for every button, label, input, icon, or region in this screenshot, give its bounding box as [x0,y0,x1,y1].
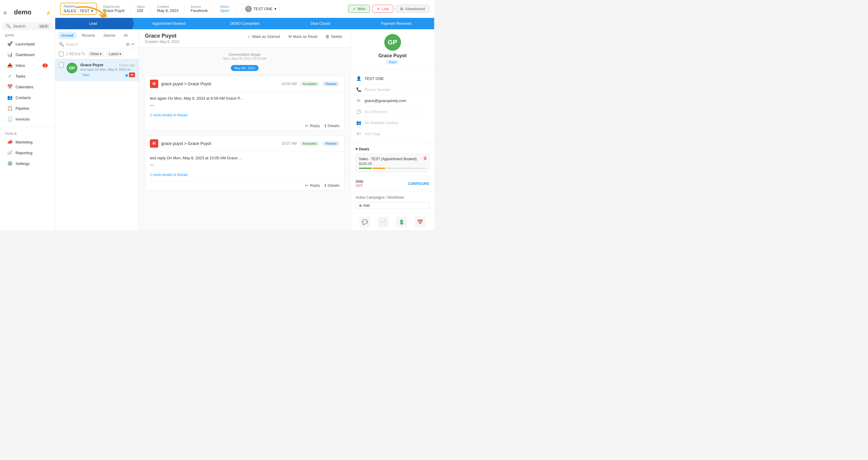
reply-button[interactable]: ↩ Reply [305,124,320,128]
inbox-badge: 1 [42,64,48,67]
message-card: M grace puyot > Grace Puyot 10:00 AM Acc… [145,76,345,131]
pipeline-selector[interactable]: Pipeline SALES - TEST ▾ [60,3,97,15]
stage-dot-4 [400,168,413,169]
pipeline-label: Pipeline [64,4,93,8]
message-thread-link[interactable]: 1 more emails in thread [145,112,344,121]
sidebar-item-settings[interactable]: ⚙️ Settings [2,158,53,169]
assigned-user-selector[interactable]: T TEST ONE ▾ [242,4,280,14]
won-button[interactable]: ✓ Won [348,5,370,13]
stage-demo[interactable]: DEMO Completed [207,18,283,29]
sidebar-item-reporting[interactable]: 📈 Reporting [2,148,53,158]
sidebar-item-tasks[interactable]: ✓ Tasks [2,71,53,81]
plus-icon: ⊕ [359,203,362,208]
source-value: Facebook [191,8,208,13]
chevron-down-icon: ▾ [274,6,277,11]
abandoned-label: Abandoned [405,6,425,11]
sidebar-item-calendars[interactable]: 📅 Calendars [2,82,53,92]
sidebar-item-dashboard[interactable]: 📊 Dashboard [2,50,53,60]
conv-checkbox[interactable] [59,63,64,67]
sidebar-item-invoices[interactable]: 🧾 Invoices [2,114,53,124]
tab-recents[interactable]: Recents [78,32,98,39]
email-field: ✉ grace@goacquirely.com [355,95,429,106]
chevron-down-icon: ▾ [355,147,358,151]
sidebar-item-label: Dashboard [16,53,35,57]
lost-label: Lost [381,6,389,11]
status-field: Status Open [220,5,229,13]
sidebar-item-label: Calendars [16,85,33,89]
filter-latest-select[interactable]: Latest ▾ [106,51,124,57]
stage-label: Deal Closed [311,22,330,26]
chat-icon-button[interactable]: 💬 [360,217,370,227]
deal-name: Sales - TEST (Appointment Booked) [359,157,426,161]
assigned-field: 👤 TEST ONE [355,73,429,84]
deal-progress [359,168,426,169]
delete-button[interactable]: 🗑 Delete [323,33,345,40]
stage-lead[interactable]: Lead [55,18,131,29]
main-content: Pipeline SALES - TEST ▾ Opportunity Grac… [55,0,434,230]
invoices-icon: 🧾 [7,116,12,122]
contact-avatar: GP [384,34,401,51]
tags-value: Add Tags [365,132,381,136]
document-icon-button[interactable]: 📄 [378,217,389,227]
body-area: Unread Recents Starred All 🔍 ⊞ ✏ 1 RESUL… [55,29,434,230]
deals-title: ▾ Deals [355,147,429,151]
search-icon: 🔍 [59,42,64,46]
stage-label: Lead [89,22,97,26]
messages-area: Conversation began Mon, May 08 2023, 09:… [139,48,350,230]
message-thread-link[interactable]: 1 more emails in thread [145,171,344,180]
sidebar-item-inbox[interactable]: 📥 Inbox 1 [2,60,53,70]
configure-button[interactable]: CONFIGURE [408,182,429,186]
clock-icon: 🕐 [355,108,362,114]
menu-toggle-button[interactable]: ≡ [4,10,7,16]
status-buttons: ✓ Won ✕ Lost ⊞ Abandoned [348,5,429,13]
deal-delete-button[interactable]: 🗑 [423,156,427,161]
sidebar-item-launchpad[interactable]: 🚀 Launchpad [2,39,53,49]
calendar-icon-button[interactable]: 📅 [415,217,426,227]
tab-all[interactable]: All [120,32,131,39]
chat-contact-info: Grace Puyot Created: May 8, 2023 [145,33,179,44]
sidebar-item-contacts[interactable]: 👥 Contacts [2,93,53,103]
marketing-icon: 📣 [7,139,12,145]
mark-read-button[interactable]: ✉ Mark as Read [286,33,320,40]
reply-button[interactable]: ↩ Reply [305,183,320,188]
chat-contact-sub: Created: May 8, 2023 [145,40,179,44]
x-icon: ✕ [377,6,380,11]
search-bar[interactable]: 🔍 Search ctrl K [2,22,53,30]
details-button[interactable]: ℹ Details [324,124,340,128]
sidebar-item-pipeline[interactable]: 📋 Pipeline [2,103,53,113]
sidebar-item-label: Marketing [16,140,33,144]
stage-payment[interactable]: Payment Received [358,18,434,29]
message-sender: grace puyot > Grace Puyot [161,81,279,86]
tab-unread[interactable]: Unread [58,32,77,39]
separator [185,4,185,13]
conv-search-input[interactable] [66,42,124,46]
stage-appointment[interactable]: Appointment Booked [131,18,207,29]
filter-other-select[interactable]: Other ▾ [88,51,104,57]
chat-contact-name: Grace Puyot [145,33,179,39]
filter-icon[interactable]: ⊞ [126,42,130,46]
conv-info: Grace Puyot 9 days ago test reply On Mon… [80,63,135,77]
delete-label: Delete [331,34,342,39]
payment-icon-button[interactable]: 💲 [396,217,407,227]
campaigns-section: Active Campaigns / Workflows ⊕ Add [351,192,434,213]
reply-label: Reply [310,124,320,128]
abandoned-button[interactable]: ⊞ Abandoned [396,5,429,13]
conv-search[interactable]: 🔍 ⊞ ✏ [55,39,138,49]
lightning-icon: ⚡ [45,10,51,16]
select-all-checkbox[interactable] [59,52,64,56]
tab-starred[interactable]: Starred [100,32,119,39]
mark-starred-button[interactable]: ☆ Mark as Starred [245,33,282,40]
info-icon: ℹ [324,183,326,188]
pipeline-select[interactable]: SALES - TEST ▾ [64,9,93,13]
conversation-item[interactable]: GP Grace Puyot 9 days ago test reply On … [55,59,138,81]
sidebar-item-marketing[interactable]: 📣 Marketing [2,137,53,147]
add-campaign-button[interactable]: ⊕ Add [355,202,429,209]
opportunity-field: Opportunity Grace Puyot [103,5,124,13]
tags-field[interactable]: 🏷 Add Tags [355,128,429,139]
edit-icon[interactable]: ✏ [131,42,135,46]
chat-area: Grace Puyot Created: May 8, 2023 ☆ Mark … [139,29,350,230]
lost-button[interactable]: ✕ Lost [372,5,394,13]
stage-deal[interactable]: Deal Closed [282,18,358,29]
deal-card: 🗑 Sales - TEST (Appointment Booked) $100… [355,154,429,172]
details-button[interactable]: ℹ Details [324,183,340,188]
